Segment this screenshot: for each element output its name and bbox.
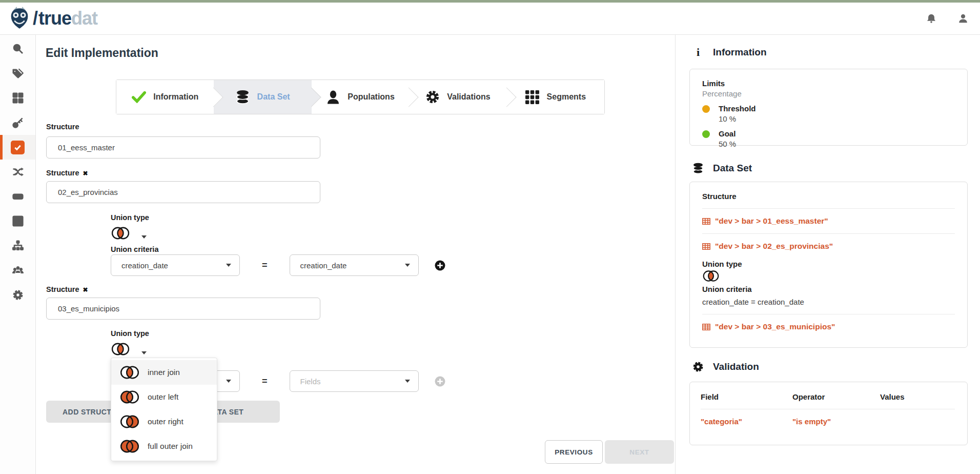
left-field-select[interactable]: creation_date <box>111 254 240 276</box>
sidebar-item-metrics[interactable] <box>0 209 35 233</box>
dropdown-item-full-outer-join[interactable]: full outer join <box>111 434 217 459</box>
structure-label-2: Structure✖ <box>46 169 88 177</box>
grid-icon <box>525 90 540 104</box>
sidebar-item-search[interactable] <box>0 36 35 61</box>
sidebar-item-data-sources[interactable] <box>0 184 35 209</box>
outer-right-venn-icon <box>119 414 140 429</box>
structure-summary-label: Structure <box>702 192 955 201</box>
info-icon: i <box>692 47 704 58</box>
tab-validations[interactable]: Validations <box>409 80 506 114</box>
information-section-header: i Information <box>692 47 767 58</box>
main-content: Edit Implementation Information Data Set… <box>36 35 676 474</box>
threshold-dot <box>702 105 710 113</box>
dropdown-item-outer-left[interactable]: outer left <box>111 385 217 409</box>
chevron-down-icon <box>141 235 147 239</box>
truedat-logo[interactable]: /truedat <box>8 6 97 31</box>
column-values: Values <box>880 392 967 401</box>
goal-dot <box>702 130 710 138</box>
remove-structure-icon[interactable]: ✖ <box>83 170 88 177</box>
left-nav-sidebar <box>0 35 36 474</box>
sidebar-item-quality-active[interactable] <box>0 135 35 160</box>
structure-input-3[interactable] <box>46 298 320 320</box>
database-icon <box>692 163 704 174</box>
structure-label-1: Structure <box>46 123 79 131</box>
user-profile-icon[interactable] <box>957 13 969 24</box>
previous-button[interactable]: PREVIOUS <box>545 440 603 464</box>
union-criteria-row-1: creation_date = creation_date <box>111 254 445 276</box>
summary-panel: i Information Limits Percentage Threshol… <box>676 35 980 474</box>
limits-type: Percentage <box>702 89 955 98</box>
next-button-disabled[interactable]: NEXT <box>605 440 674 464</box>
union-type-label: Union type <box>111 213 158 222</box>
chevron-down-icon <box>141 351 147 354</box>
database-icon <box>236 90 250 104</box>
union-type-block-2: Union type <box>111 329 149 357</box>
chevron-down-icon <box>226 264 231 267</box>
threshold-metric: Threshold 10 % <box>702 104 955 123</box>
sidebar-item-shuffle[interactable] <box>0 160 35 184</box>
brand-secondary: dat <box>71 8 97 29</box>
sidebar-item-users[interactable] <box>0 258 35 283</box>
sidebar-item-settings[interactable] <box>0 283 35 307</box>
union-type-selector-2[interactable] <box>111 341 149 357</box>
validation-field: "categoria" <box>701 417 792 426</box>
remove-structure-icon[interactable]: ✖ <box>83 286 88 293</box>
structure-link-1[interactable]: "dev > bar > 01_eess_master" <box>702 216 955 226</box>
quality-check-icon <box>11 141 25 154</box>
sidebar-item-key[interactable] <box>0 110 35 135</box>
inner-join-venn-icon <box>119 365 140 380</box>
divider <box>701 409 955 409</box>
chevron-down-icon <box>226 380 231 383</box>
union-type-selector-1[interactable] <box>111 225 158 241</box>
validation-card: Field Operator Values "categoria" "is em… <box>689 382 968 445</box>
union-type-block-1: Union type Union criteria <box>111 213 158 253</box>
sidebar-item-tags[interactable] <box>0 61 35 86</box>
union-type-label: Union type <box>111 329 149 338</box>
structure-link-2[interactable]: "dev > bar > 02_es_provincias" <box>702 242 955 251</box>
wizard-stepper: Information Data Set Populations Validat… <box>116 80 605 114</box>
equals-sign: = <box>262 260 268 271</box>
page-title: Edit Implementation <box>46 46 158 60</box>
validation-operator: "is empty" <box>792 417 880 426</box>
equals-sign: = <box>262 376 268 387</box>
structure-link-3[interactable]: "dev > bar > 03_es_municipios" <box>702 322 955 331</box>
add-criteria-icon-disabled[interactable] <box>435 376 445 387</box>
chevron-down-icon <box>405 380 410 383</box>
brand-wordmark: /truedat <box>33 8 97 29</box>
dropdown-item-inner-join[interactable]: inner join <box>111 360 217 385</box>
join-type-dropdown: inner join outer left outer right full o… <box>111 358 217 461</box>
check-icon <box>132 90 146 104</box>
right-field-select[interactable]: creation_date <box>290 254 419 276</box>
tab-segments[interactable]: Segments <box>507 80 604 114</box>
union-criteria-summary-label: Union criteria <box>702 285 955 293</box>
notifications-bell-icon[interactable] <box>926 13 937 24</box>
dataset-section-header: Data Set <box>692 163 752 174</box>
join-type-venn-icon <box>111 226 130 241</box>
gear-icon <box>692 361 704 372</box>
sidebar-item-dashboard[interactable] <box>0 86 35 110</box>
outer-left-venn-icon <box>119 389 140 405</box>
sidebar-item-hierarchy[interactable] <box>0 233 35 258</box>
gear-icon <box>425 90 440 104</box>
dropdown-item-outer-right[interactable]: outer right <box>111 409 217 434</box>
right-field-select[interactable]: Fields <box>290 370 419 392</box>
add-criteria-icon[interactable] <box>435 260 445 271</box>
owl-logo-icon <box>8 6 31 31</box>
tab-information[interactable]: Information <box>116 80 214 114</box>
tab-data-set[interactable]: Data Set <box>214 80 311 114</box>
join-type-venn-icon <box>702 269 720 283</box>
union-criteria-value: creation_date = creation_date <box>702 298 955 306</box>
structure-input-2[interactable] <box>46 181 320 203</box>
goal-metric: Goal 50 % <box>702 129 955 148</box>
limits-label: Limits <box>702 79 955 88</box>
tab-populations[interactable]: Populations <box>312 80 409 114</box>
structure-label-3: Structure✖ <box>46 285 88 293</box>
column-field: Field <box>701 392 792 401</box>
chevron-down-icon <box>405 264 410 267</box>
dataset-card: Structure "dev > bar > 01_eess_master" "… <box>689 182 968 348</box>
brand-primary: true <box>38 8 71 29</box>
validation-values <box>880 417 967 426</box>
validation-section-header: Validation <box>692 361 759 372</box>
structure-input-1[interactable] <box>46 136 320 159</box>
information-card: Limits Percentage Threshold 10 % Goal 50… <box>689 69 968 146</box>
